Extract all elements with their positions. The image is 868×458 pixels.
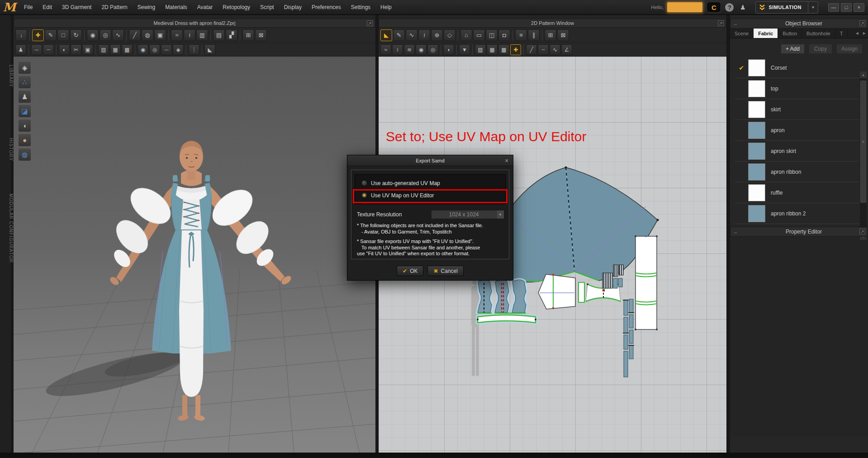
- show-pins-icon[interactable]: ∴: [18, 76, 31, 89]
- fabric-swatch[interactable]: [748, 205, 765, 222]
- menu-retopology[interactable]: Retopology: [218, 0, 255, 15]
- mode-selector[interactable]: SIMULATION ▾: [755, 1, 818, 14]
- line-tool-icon[interactable]: ╱: [526, 44, 537, 55]
- trace-garment-icon[interactable]: ▼: [459, 44, 470, 55]
- texture-roll-icon[interactable]: ▨: [98, 44, 109, 55]
- fabric-row-ruffle[interactable]: ruffle: [735, 182, 859, 203]
- menu-help[interactable]: Help: [375, 0, 397, 15]
- lock-buttonhole-icon[interactable]: ◈: [173, 44, 184, 55]
- fabric-row-apron-skirt[interactable]: apron skirt: [735, 141, 859, 162]
- show-cloth-icon[interactable]: ◖: [18, 119, 31, 132]
- menu-3d-garment[interactable]: 3D Garment: [57, 0, 96, 15]
- menu-2d-pattern[interactable]: 2D Pattern: [96, 0, 132, 15]
- fabric-row-apron-ribbon-2[interactable]: apron ribbon 2: [735, 203, 859, 224]
- uv-texture-icon[interactable]: ▧: [475, 44, 486, 55]
- free-sew-icon[interactable]: ≀: [184, 29, 195, 41]
- fit-garment-icon[interactable]: ◐: [59, 44, 70, 55]
- transform-pattern-icon[interactable]: ◣: [380, 29, 392, 41]
- angle-tool-icon[interactable]: ∠: [561, 44, 572, 55]
- seam-allowance-icon[interactable]: ◘: [498, 29, 510, 41]
- dialog-titlebar[interactable]: Export Samd ✕: [347, 155, 513, 166]
- tape-measure-icon[interactable]: ─: [31, 44, 42, 55]
- tape-edit-icon[interactable]: ┄: [43, 44, 54, 55]
- menu-file[interactable]: File: [19, 0, 38, 15]
- menu-script[interactable]: Script: [255, 0, 279, 15]
- detail-sew-icon[interactable]: ◎: [427, 44, 438, 55]
- select-move-icon[interactable]: ✚: [32, 29, 44, 41]
- property-collapse-icon[interactable]: →: [730, 229, 740, 234]
- checkerboard-a-icon[interactable]: ▦: [110, 44, 121, 55]
- segment-sew-icon[interactable]: ≈: [171, 29, 183, 41]
- baseline-tool-icon[interactable]: ┄: [538, 44, 549, 55]
- help-icon[interactable]: ?: [725, 3, 734, 12]
- show-environment-icon[interactable]: ◍: [18, 148, 31, 161]
- mn-sew-icon[interactable]: ≋: [404, 44, 415, 55]
- show-garment-icon[interactable]: ◈: [18, 61, 31, 74]
- tab-scene[interactable]: Scene: [730, 29, 754, 38]
- attach-button-icon[interactable]: ─: [161, 44, 172, 55]
- tab-buttonhole[interactable]: Buttonhole: [802, 29, 835, 38]
- orbit-view-icon[interactable]: ↻: [70, 29, 82, 41]
- show-head-icon[interactable]: ●: [18, 134, 31, 147]
- canvas-3d[interactable]: ◈∴♟◪◖●◍: [14, 57, 375, 453]
- edit-dart-icon[interactable]: ◇: [444, 29, 455, 41]
- radio-unselected-icon[interactable]: [361, 180, 367, 186]
- sew-to-garment-icon[interactable]: ▣: [154, 29, 166, 41]
- fabric-swatch[interactable]: [748, 101, 765, 118]
- property-editor-popout-icon[interactable]: ↗: [859, 229, 865, 234]
- menu-materials[interactable]: Materials: [160, 0, 192, 15]
- pin-segment-icon[interactable]: ◎: [100, 29, 111, 41]
- add-point-icon[interactable]: ⊕: [431, 29, 443, 41]
- edit-pattern-icon[interactable]: ✎: [393, 29, 405, 41]
- cancel-button[interactable]: ✖ Cancel: [427, 266, 463, 276]
- free-sew-icon[interactable]: ≀: [392, 44, 403, 55]
- fabric-swatch[interactable]: [748, 59, 765, 76]
- panel-collapse-icon[interactable]: →: [730, 21, 740, 26]
- pleat-fold-icon[interactable]: ≡: [515, 29, 527, 41]
- scrollbar-thumb[interactable]: ≡: [860, 81, 866, 203]
- add-button[interactable]: + Add: [781, 44, 805, 54]
- mesh-grid-icon[interactable]: ⊞: [545, 29, 556, 41]
- flatten-icon[interactable]: ◣: [204, 44, 215, 55]
- fabric-swatch[interactable]: [748, 184, 765, 201]
- fold-arrangement-icon[interactable]: ▤: [213, 29, 225, 41]
- texture-resolution-select[interactable]: 1024 x 1024 ▼: [431, 210, 504, 219]
- tab-scroll-left-icon[interactable]: ◀: [854, 29, 861, 38]
- iron-icon[interactable]: ◗: [443, 44, 454, 55]
- left-tab-modular-configurator[interactable]: MODULAR CONFIGURATOR: [0, 194, 14, 263]
- edit-curve-point-icon[interactable]: ≀: [418, 29, 430, 41]
- remove-garment-icon[interactable]: ✂: [71, 44, 81, 55]
- curve-tool-icon[interactable]: ∿: [550, 44, 560, 55]
- menu-sewing[interactable]: Sewing: [133, 0, 160, 15]
- checkerboard-a-icon[interactable]: ▦: [487, 44, 498, 55]
- pin-icon[interactable]: ◉: [87, 29, 99, 41]
- fabric-row-apron-ribbon[interactable]: apron ribbon: [735, 162, 859, 182]
- mode-caret-icon[interactable]: ▾: [808, 1, 818, 14]
- dialog-close-icon[interactable]: ✕: [503, 157, 510, 164]
- tab-button[interactable]: Button: [778, 29, 802, 38]
- mesh-quad-icon[interactable]: ⊠: [255, 29, 267, 41]
- edit-curvature-icon[interactable]: ∿: [406, 29, 417, 41]
- popout-3d-icon[interactable]: ↗: [367, 20, 373, 26]
- menu-display[interactable]: Display: [279, 0, 307, 15]
- popout-2d-icon[interactable]: ↗: [718, 20, 724, 26]
- object-browser-popout-icon[interactable]: ↗: [859, 20, 865, 26]
- mesh-grid-icon[interactable]: ⊞: [242, 29, 254, 41]
- clo-logo-icon[interactable]: C: [706, 1, 721, 13]
- fabric-swatch[interactable]: [748, 80, 765, 97]
- close-button[interactable]: ×: [854, 3, 864, 12]
- fabric-swatch[interactable]: [748, 163, 765, 181]
- add-avatar-icon[interactable]: ♟: [737, 2, 748, 12]
- ok-button[interactable]: ✔ OK: [397, 266, 423, 276]
- button-icon[interactable]: ◉: [138, 44, 148, 55]
- pleat-sew-icon[interactable]: ∥: [528, 29, 540, 41]
- radio-auto-uv[interactable]: Use auto-generated UV Map: [355, 177, 505, 189]
- needle-icon[interactable]: ╱: [129, 29, 141, 41]
- tab-fabric[interactable]: Fabric: [754, 29, 778, 38]
- menu-avatar[interactable]: Avatar: [192, 0, 218, 15]
- menu-edit[interactable]: Edit: [38, 0, 57, 15]
- show-grainline-icon[interactable]: ✚: [510, 44, 521, 55]
- select-box-icon[interactable]: □: [57, 29, 69, 41]
- rectangle-pattern-icon[interactable]: ▭: [473, 29, 485, 41]
- fabric-row-apron[interactable]: apron: [735, 120, 859, 141]
